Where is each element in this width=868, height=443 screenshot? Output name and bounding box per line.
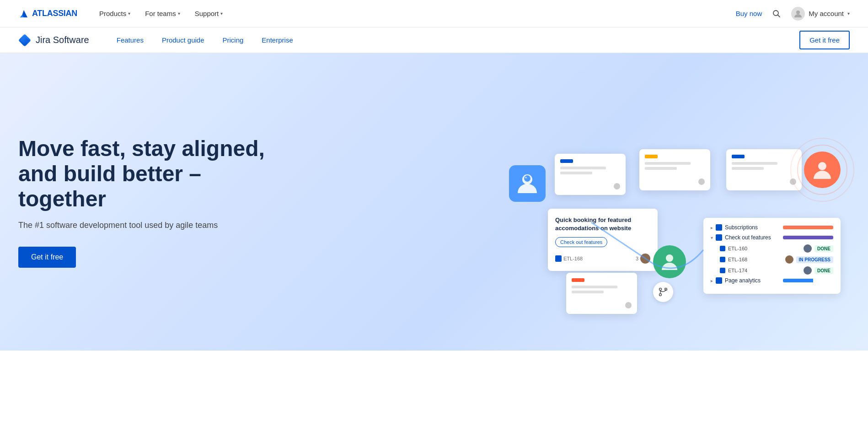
atlassian-logo-text: ATLASSIAN bbox=[32, 9, 77, 18]
user-figure-icon bbox=[515, 171, 540, 196]
etl174-icon bbox=[720, 268, 725, 273]
subscriptions-bar bbox=[783, 226, 833, 229]
timeline-icon-checkout bbox=[716, 234, 722, 241]
git-icon bbox=[658, 287, 668, 297]
user-icon bbox=[793, 9, 803, 18]
hero-subtitle: The #1 software development tool used by… bbox=[18, 221, 265, 230]
timeline-sub-etl160: ETL-160 DONE bbox=[711, 244, 833, 253]
hero-title: Move fast, stay aligned, and build bette… bbox=[18, 136, 265, 212]
account-button[interactable]: My account ▾ bbox=[791, 7, 850, 21]
hero-illustration: Quick booking for featured accomodations… bbox=[456, 53, 868, 351]
hero-section: Move fast, stay aligned, and build bette… bbox=[0, 53, 868, 351]
red-avatar-container bbox=[804, 151, 841, 188]
hero-content: Move fast, stay aligned, and build bette… bbox=[0, 108, 284, 296]
analytics-bar bbox=[783, 279, 813, 282]
top-nav-right: Buy now My account ▾ bbox=[736, 6, 850, 21]
svg-point-8 bbox=[659, 288, 662, 291]
svg-point-10 bbox=[659, 294, 662, 296]
for-teams-chevron-icon: ▾ bbox=[178, 11, 180, 16]
timeline-row-subscriptions: ▸ Subscriptions bbox=[711, 224, 833, 231]
green-avatar bbox=[653, 245, 686, 278]
svg-point-2 bbox=[796, 11, 800, 14]
buy-now-link[interactable]: Buy now bbox=[736, 10, 762, 17]
timeline-sub-etl174: ETL-174 DONE bbox=[711, 266, 833, 275]
account-chevron-icon: ▾ bbox=[847, 11, 850, 16]
checkout-bar bbox=[783, 236, 833, 239]
etl174-avatar bbox=[804, 266, 812, 275]
red-avatar-circle bbox=[804, 151, 841, 188]
task-id: ETL-168 bbox=[555, 255, 583, 262]
etl160-avatar bbox=[804, 244, 812, 253]
user-red-icon bbox=[811, 159, 833, 181]
ring-outer2 bbox=[790, 138, 854, 202]
card-3 bbox=[726, 149, 802, 190]
svg-point-7 bbox=[666, 254, 673, 262]
search-button[interactable] bbox=[769, 6, 784, 21]
product-nav-links: Features Product guide Pricing Enterpris… bbox=[107, 27, 799, 53]
svg-point-9 bbox=[665, 288, 667, 291]
task-id-icon bbox=[555, 255, 562, 262]
get-it-free-button-subnav[interactable]: Get it free bbox=[799, 31, 850, 49]
timeline-sub-etl168: ETL-168 IN PROGRESS bbox=[711, 255, 833, 264]
etl160-icon bbox=[720, 246, 725, 251]
svg-point-6 bbox=[525, 177, 527, 178]
ring-outer bbox=[797, 145, 847, 195]
product-name: Jira Software bbox=[36, 35, 89, 45]
svg-point-4 bbox=[522, 174, 532, 184]
svg-point-11 bbox=[818, 162, 826, 170]
card-2 bbox=[639, 149, 710, 190]
git-icon-circle bbox=[653, 282, 673, 302]
etl168-avatar bbox=[785, 255, 793, 264]
svg-point-5 bbox=[524, 175, 530, 182]
svg-line-1 bbox=[778, 15, 780, 17]
product-nav-guide[interactable]: Product guide bbox=[153, 27, 214, 53]
etl168-icon bbox=[720, 257, 725, 262]
support-chevron-icon: ▾ bbox=[220, 11, 223, 16]
top-nav: ATLASSIAN Products ▾ For teams ▾ Support… bbox=[0, 0, 868, 27]
timeline-row-checkout: ▾ Check out features bbox=[711, 234, 833, 241]
product-nav-features[interactable]: Features bbox=[107, 27, 153, 53]
nav-for-teams[interactable]: For teams ▾ bbox=[138, 0, 188, 27]
task-tag: Check out features bbox=[555, 237, 607, 247]
product-nav: Jira Software Features Product guide Pri… bbox=[0, 27, 868, 53]
task-footer: ETL-168 3 bbox=[555, 254, 650, 264]
hero-cta-button[interactable]: Get it free bbox=[18, 247, 76, 268]
nav-products[interactable]: Products ▾ bbox=[92, 0, 138, 27]
products-chevron-icon: ▾ bbox=[128, 11, 130, 16]
card-1 bbox=[555, 154, 626, 195]
task-assignee-avatar bbox=[640, 254, 650, 264]
user-green-icon bbox=[659, 252, 680, 272]
atlassian-logo[interactable]: ATLASSIAN bbox=[18, 8, 77, 19]
top-nav-links: Products ▾ For teams ▾ Support ▾ bbox=[92, 0, 736, 27]
account-avatar-icon bbox=[791, 7, 805, 21]
timeline-icon-subscriptions bbox=[716, 224, 722, 231]
search-icon bbox=[772, 10, 781, 18]
task-right: 3 bbox=[636, 254, 650, 264]
nav-support[interactable]: Support ▾ bbox=[188, 0, 230, 27]
user-avatar-blue bbox=[509, 165, 546, 202]
jira-logo-icon bbox=[18, 34, 31, 47]
timeline-card: ▸ Subscriptions ▾ Check out features ET bbox=[703, 218, 841, 294]
timeline-icon-analytics bbox=[716, 277, 722, 284]
jira-brand: Jira Software bbox=[18, 34, 89, 47]
card-bottom bbox=[566, 273, 637, 314]
task-card: Quick booking for featured accomodations… bbox=[548, 209, 658, 271]
atlassian-logo-icon bbox=[18, 8, 29, 19]
connector-svg bbox=[456, 53, 868, 351]
timeline-row-analytics: ▸ Page analytics bbox=[711, 277, 833, 284]
task-title: Quick booking for featured accomodations… bbox=[555, 216, 650, 232]
product-nav-enterprise[interactable]: Enterprise bbox=[252, 27, 302, 53]
product-nav-pricing[interactable]: Pricing bbox=[214, 27, 253, 53]
